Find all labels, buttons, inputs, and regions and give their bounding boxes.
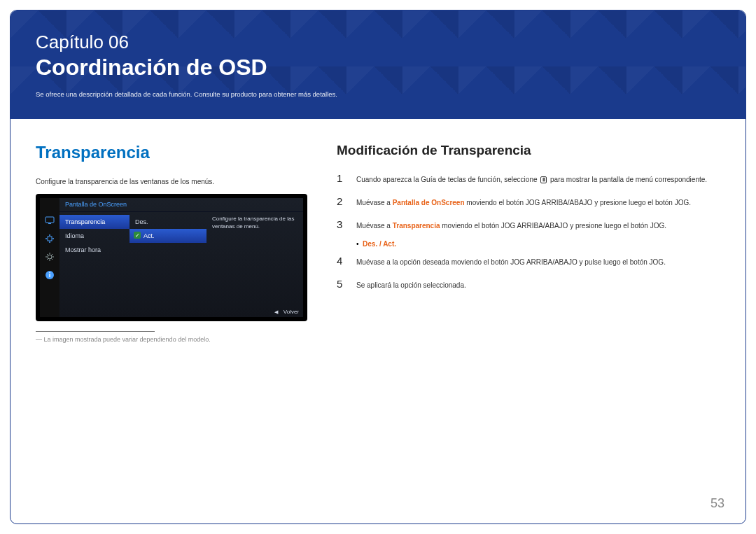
svg-point-3 [48, 255, 52, 259]
osd-option-act: ✓ Act. [130, 229, 206, 243]
step-1-text: Cuando aparezca la Guía de teclas de fun… [356, 172, 707, 185]
step-5-text: Se aplicará la opción seleccionada. [356, 278, 466, 291]
step-number-2: 2 [337, 195, 346, 207]
osd-footer: ◀ Volver [274, 307, 299, 317]
right-column: Modificación de Transparencia 1 Cuando a… [337, 143, 720, 343]
gear-icon [44, 251, 55, 262]
step-4-text: Muévase a la opción deseada moviendo el … [356, 255, 666, 268]
osd-item-mostrar-hora: Mostrar hora [59, 243, 130, 257]
step-number-5: 5 [337, 278, 346, 290]
osd-option-des: Des. [130, 215, 206, 229]
svg-rect-2 [48, 237, 52, 241]
info-icon: i [44, 269, 55, 281]
menu-icon: ⅠⅠⅠ [540, 176, 547, 183]
section-title-transparencia: Transparencia [36, 143, 323, 162]
chapter-header: Capítulo 06 Coordinación de OSD Se ofrec… [10, 10, 746, 119]
osd-main: Pantalla de OnScreen Transparencia Idiom… [59, 198, 303, 317]
monitor-icon [44, 215, 55, 226]
svg-rect-1 [48, 223, 51, 224]
page-frame: Capítulo 06 Coordinación de OSD Se ofrec… [10, 10, 746, 524]
osd-menu-level2: Des. ✓ Act. [130, 198, 206, 317]
osd-back-label: Volver [284, 309, 299, 315]
step-5: 5 Se aplicará la opción seleccionada. [337, 278, 720, 291]
steps-list: 1 Cuando aparezca la Guía de teclas de f… [337, 172, 720, 232]
transparency-description: Configure la transparencia de las ventan… [36, 178, 323, 185]
content-area: Transparencia Configure la transparencia… [10, 119, 746, 343]
step-4: 4 Muévase a la opción deseada moviendo e… [337, 255, 720, 268]
osd-menu-level1: Transparencia Idioma Mostrar hora [59, 198, 130, 317]
osd-panel: i Pantalla de OnScreen Transparencia Idi… [40, 198, 303, 317]
step-number-1: 1 [337, 172, 346, 184]
options-bullet: • Des. / Act. [356, 240, 720, 248]
step-number-4: 4 [337, 255, 346, 267]
osd-item-transparencia: Transparencia [59, 215, 130, 229]
position-icon [44, 233, 55, 244]
osd-screenshot: i Pantalla de OnScreen Transparencia Idi… [36, 194, 307, 321]
steps-list-cont: 4 Muévase a la opción deseada moviendo e… [337, 255, 720, 291]
svg-rect-0 [46, 217, 54, 223]
step-2-text: Muévase a Pantalla de OnScreen moviendo … [356, 195, 691, 209]
chapter-title: Coordinación de OSD [36, 55, 720, 80]
step-1: 1 Cuando aparezca la Guía de teclas de f… [337, 172, 720, 185]
left-column: Transparencia Configure la transparencia… [36, 143, 323, 343]
step-number-3: 3 [337, 218, 346, 230]
back-arrow-icon: ◀ [274, 309, 278, 314]
check-icon: ✓ [134, 232, 141, 239]
osd-option-act-label: Act. [144, 232, 155, 239]
chapter-number: Capítulo 06 [36, 31, 720, 53]
svg-text:i: i [49, 272, 51, 279]
step-3: 3 Muévase a Transparencia moviendo el bo… [337, 218, 720, 232]
footnote-rule [36, 331, 155, 332]
step-2: 2 Muévase a Pantalla de OnScreen moviend… [337, 195, 720, 209]
chapter-description: Se ofrece una descripción detallada de c… [36, 90, 720, 98]
step-3-text: Muévase a Transparencia moviendo el botó… [356, 218, 666, 232]
osd-item-idioma: Idioma [59, 229, 130, 243]
subheading-modificacion: Modificación de Transparencia [337, 143, 720, 158]
page-number: 53 [710, 496, 724, 511]
osd-panel-title: Pantalla de OnScreen [59, 198, 303, 212]
footnote-text: ― La imagen mostrada puede variar depend… [36, 336, 323, 343]
osd-sidebar: i [40, 198, 59, 317]
osd-help-text: Configure la transparencia de las ventan… [206, 198, 303, 317]
